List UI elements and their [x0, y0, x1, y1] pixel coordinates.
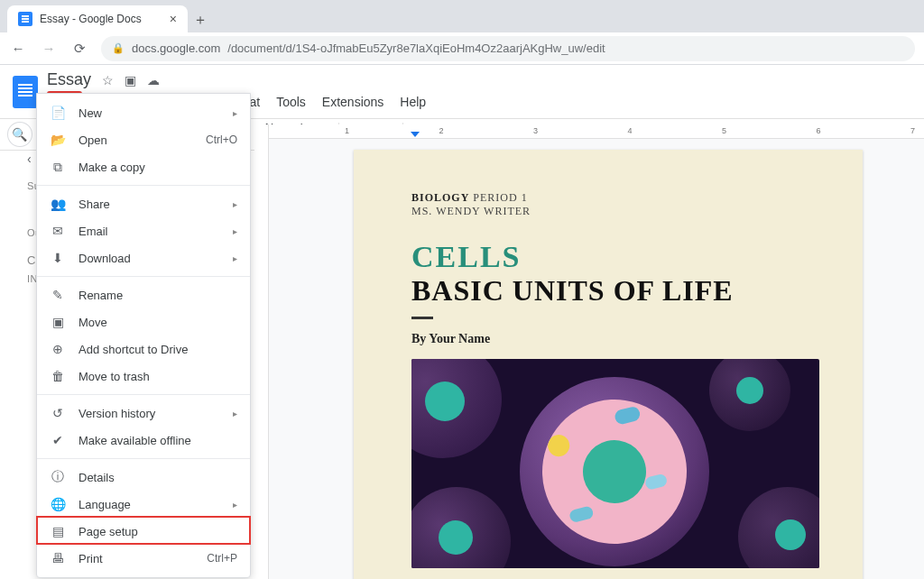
- make-a-copy-icon: ⧉: [50, 160, 66, 175]
- file-menu-item-download[interactable]: ⬇Download▸: [37, 244, 250, 271]
- move-to-trash-icon: 🗑: [50, 369, 66, 383]
- details-icon: ⓘ: [50, 469, 66, 485]
- file-menu-item-open[interactable]: 📂OpenCtrl+O: [37, 126, 250, 153]
- submenu-arrow-icon: ▸: [233, 253, 237, 263]
- submenu-arrow-icon: ▸: [233, 409, 237, 418]
- file-menu-item-print[interactable]: 🖶PrintCtrl+P: [37, 545, 250, 572]
- lock-icon: 🔒: [112, 42, 125, 54]
- cloud-status-icon: ☁: [147, 73, 160, 87]
- submenu-arrow-icon: ▸: [233, 226, 237, 236]
- docs-logo-icon[interactable]: [13, 76, 38, 108]
- file-menu-item-add-shortcut-to-drive[interactable]: ⊕Add shortcut to Drive: [37, 335, 250, 363]
- submenu-arrow-icon: ▸: [233, 199, 237, 209]
- email-icon: ✉: [50, 224, 66, 238]
- download-icon: ⬇: [50, 251, 66, 265]
- doc-meta-line-2: MS. WENDY WRITER: [411, 205, 805, 218]
- move-icon[interactable]: ▣: [125, 73, 136, 87]
- browser-tab[interactable]: Essay - Google Docs ×: [7, 5, 188, 32]
- print-icon: 🖶: [50, 551, 66, 565]
- url-path: /document/d/1S4-oJfmabEu5Zyr8e7laXqiEoHm…: [227, 41, 605, 55]
- file-menu-item-page-setup[interactable]: ▤Page setup: [37, 518, 250, 545]
- horizontal-ruler[interactable]: 1 2 3 4 5 6 7: [254, 124, 924, 139]
- collapse-outline-icon[interactable]: ‹: [27, 152, 32, 166]
- menu-help[interactable]: Help: [393, 91, 433, 113]
- file-menu-item-new[interactable]: 📄New▸: [37, 99, 250, 126]
- vertical-ruler[interactable]: [254, 124, 269, 579]
- file-menu-item-version-history[interactable]: ↺Version history▸: [37, 400, 250, 427]
- forward-button[interactable]: →: [40, 41, 58, 56]
- language-icon: 🌐: [50, 497, 66, 511]
- menu-tools[interactable]: Tools: [269, 91, 313, 113]
- doc-byline: By Your Name: [411, 332, 805, 346]
- address-bar[interactable]: 🔒 docs.google.com/document/d/1S4-oJfmabE…: [101, 36, 915, 61]
- version-history-icon: ↺: [50, 406, 66, 420]
- document-page[interactable]: BIOLOGY PERIOD 1 MS. WENDY WRITER CELLS …: [354, 150, 863, 579]
- file-menu-item-details[interactable]: ⓘDetails: [37, 464, 250, 491]
- url-host: docs.google.com: [132, 41, 220, 55]
- reload-button[interactable]: ⟳: [70, 41, 88, 57]
- open-icon: 📂: [50, 133, 66, 147]
- doc-title-1: CELLS: [411, 240, 805, 274]
- doc-hero-image[interactable]: [411, 359, 819, 568]
- share-icon: 👥: [50, 197, 66, 211]
- close-tab-icon[interactable]: ×: [170, 12, 177, 26]
- submenu-arrow-icon: ▸: [233, 108, 237, 118]
- title-underline: [411, 317, 433, 319]
- doc-title-2: BASIC UNITS OF LIFE: [411, 274, 805, 308]
- search-menus-button[interactable]: 🔍: [7, 122, 32, 147]
- add-shortcut-to-drive-icon: ⊕: [50, 342, 66, 356]
- new-icon: 📄: [50, 106, 66, 120]
- submenu-arrow-icon: ▸: [233, 500, 237, 510]
- file-menu-item-move-to-trash[interactable]: 🗑Move to trash: [37, 363, 250, 390]
- star-icon[interactable]: ☆: [102, 73, 114, 87]
- new-tab-button[interactable]: ＋: [188, 7, 213, 32]
- file-menu-item-email[interactable]: ✉Email▸: [37, 217, 250, 244]
- file-menu-dropdown: 📄New▸📂OpenCtrl+O⧉Make a copy👥Share▸✉Emai…: [36, 93, 251, 578]
- tab-title: Essay - Google Docs: [40, 13, 142, 25]
- document-title[interactable]: Essay: [47, 70, 91, 89]
- file-menu-item-share[interactable]: 👥Share▸: [37, 190, 250, 217]
- move-icon: ▣: [50, 315, 66, 329]
- file-menu-item-rename[interactable]: ✎Rename: [37, 281, 250, 308]
- page-setup-icon: ▤: [50, 524, 66, 538]
- outline-cells-label: C: [27, 253, 36, 267]
- file-menu-item-make-a-copy[interactable]: ⧉Make a copy: [37, 153, 250, 180]
- file-menu-item-move[interactable]: ▣Move: [37, 308, 250, 335]
- ruler-indent-marker-icon[interactable]: [411, 132, 420, 137]
- menu-extensions[interactable]: Extensions: [315, 91, 391, 113]
- make-available-offline-icon: ✔: [50, 433, 66, 447]
- docs-favicon-icon: [18, 12, 32, 26]
- doc-meta-line-1: BIOLOGY PERIOD 1: [411, 191, 805, 205]
- back-button[interactable]: ←: [9, 41, 27, 56]
- rename-icon: ✎: [50, 288, 66, 302]
- file-menu-item-make-available-offline[interactable]: ✔Make available offline: [37, 427, 250, 454]
- file-menu-item-language[interactable]: 🌐Language▸: [37, 491, 250, 518]
